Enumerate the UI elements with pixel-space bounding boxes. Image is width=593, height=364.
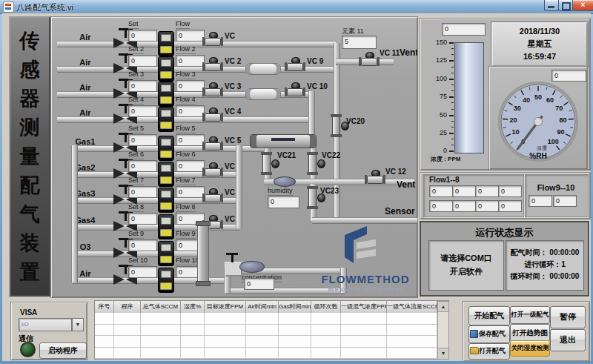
- table-cell[interactable]: [141, 348, 181, 360]
- table-cell[interactable]: [95, 348, 114, 360]
- minimize-button[interactable]: [544, 0, 559, 11]
- window-title: 八路配气系统.vi: [16, 2, 73, 13]
- flow9-10-indicator: 0: [553, 195, 577, 207]
- table-scroll-down-button[interactable]: ▼: [437, 348, 449, 360]
- table-cell[interactable]: [181, 313, 205, 325]
- start-gas-button[interactable]: 开始配气: [468, 306, 510, 325]
- valve-left: [113, 142, 125, 153]
- table-cell[interactable]: [279, 313, 311, 325]
- table-cell[interactable]: [141, 313, 181, 325]
- vc12-valve-icon[interactable]: [365, 170, 385, 185]
- table-cell[interactable]: [114, 336, 141, 348]
- set-input[interactable]: 0: [128, 105, 157, 117]
- vc-valve-icon[interactable]: [203, 188, 222, 203]
- table-cell[interactable]: [341, 336, 387, 348]
- vc11-valve-icon[interactable]: [360, 52, 379, 67]
- set-input[interactable]: 0: [128, 30, 157, 42]
- pause-button[interactable]: 暂停: [550, 306, 586, 328]
- status-cycle-count: 进行循环：1: [506, 259, 583, 271]
- set-input[interactable]: 0: [128, 55, 157, 67]
- table-cell[interactable]: [95, 336, 114, 348]
- humidity-detect-toggle-button[interactable]: 关闭湿度检测: [510, 340, 550, 357]
- table-cell[interactable]: [141, 336, 181, 348]
- maximize-button[interactable]: [558, 0, 573, 11]
- save-icon: [470, 330, 478, 338]
- flow1-8-indicator: 0: [498, 200, 522, 212]
- table-cell[interactable]: [181, 336, 205, 348]
- vc21-label: VC21: [277, 151, 296, 159]
- table-cell[interactable]: [181, 348, 205, 360]
- visa-resource-combo[interactable]: I/O: [19, 318, 72, 331]
- element11-input[interactable]: 5: [342, 36, 377, 49]
- set-input[interactable]: 0: [128, 186, 157, 198]
- table-cell[interactable]: [311, 313, 341, 325]
- table-cell[interactable]: [341, 313, 387, 325]
- mass-flow-controller-icon: [158, 82, 174, 107]
- table-cell[interactable]: [387, 325, 437, 337]
- table-scrollbar-track[interactable]: [437, 311, 449, 349]
- close-button[interactable]: ×: [572, 0, 593, 11]
- gas-diagram-panel: AirSet0Flow0VCAirSet 20Flow 20VC 2VC 9Ai…: [50, 16, 418, 298]
- table-cell[interactable]: [246, 313, 279, 325]
- table-cell[interactable]: [387, 313, 437, 325]
- table-cell[interactable]: [141, 325, 181, 337]
- set-input[interactable]: 0: [128, 160, 157, 172]
- sidebar-char: 量: [20, 142, 40, 171]
- flow9-10-title: Flow9--10: [530, 183, 582, 192]
- vc-valve-icon[interactable]: [203, 82, 222, 97]
- table-cell[interactable]: [341, 348, 387, 360]
- table-cell[interactable]: [279, 348, 311, 360]
- table-cell[interactable]: [114, 325, 141, 337]
- app-icon: [3, 1, 14, 13]
- table-cell[interactable]: [311, 336, 341, 348]
- visa-dropdown-button[interactable]: ▼: [72, 318, 84, 331]
- table-cell[interactable]: [387, 336, 437, 348]
- set-input[interactable]: 0: [128, 134, 157, 146]
- meter-minor-tick: [451, 121, 454, 122]
- table-cell[interactable]: [95, 325, 114, 337]
- table-cell[interactable]: [311, 348, 341, 360]
- mfc-label-tag: [160, 229, 172, 236]
- set-input[interactable]: 0: [128, 239, 157, 251]
- set-input[interactable]: 0: [128, 213, 157, 225]
- flow1-8-indicator: 0: [452, 185, 476, 197]
- vc-valve-label: VC: [225, 32, 235, 40]
- vc-valve-icon[interactable]: [203, 32, 222, 47]
- table-cell[interactable]: [279, 325, 311, 337]
- open-trend-button[interactable]: 打开趋势图: [510, 324, 550, 342]
- start-program-button[interactable]: 启动程序: [39, 343, 87, 359]
- valve-body: [205, 168, 221, 176]
- table-cell[interactable]: [311, 325, 341, 337]
- vc21-valve-icon[interactable]: [259, 152, 279, 174]
- table-cell[interactable]: [205, 325, 246, 337]
- vc-valve-icon[interactable]: [203, 136, 222, 151]
- table-cell[interactable]: [205, 336, 246, 348]
- valve-body: [287, 63, 303, 71]
- vc-valve-icon[interactable]: [203, 57, 222, 72]
- vc-valve-icon[interactable]: [285, 57, 305, 72]
- vc-valve-icon[interactable]: [203, 107, 222, 122]
- open-primary-gas-button[interactable]: 打开一级配气: [510, 306, 550, 324]
- set-input[interactable]: 0: [128, 80, 157, 92]
- gauge-tick-label: 20: [510, 116, 517, 124]
- table-cell[interactable]: [205, 313, 246, 325]
- table-cell[interactable]: [181, 325, 205, 337]
- table-cell[interactable]: [114, 313, 141, 325]
- flow-indicator: 0: [176, 134, 205, 146]
- valve-left: [113, 88, 125, 99]
- table-cell[interactable]: [387, 348, 437, 360]
- table-cell[interactable]: [205, 348, 246, 360]
- table-cell[interactable]: [95, 313, 114, 325]
- clock-weekday: 星期五: [493, 38, 586, 50]
- table-cell[interactable]: [279, 336, 311, 348]
- set-input[interactable]: 0: [128, 266, 157, 278]
- exit-button[interactable]: 退出: [550, 329, 586, 351]
- table-cell[interactable]: [246, 336, 279, 348]
- vc-valve-icon[interactable]: [285, 82, 305, 97]
- table-cell[interactable]: [341, 325, 387, 337]
- table-cell[interactable]: [114, 348, 141, 360]
- vc-valve-icon[interactable]: [203, 162, 222, 177]
- meter-tick: [449, 133, 454, 134]
- table-cell[interactable]: [246, 348, 279, 360]
- table-cell[interactable]: [246, 325, 279, 337]
